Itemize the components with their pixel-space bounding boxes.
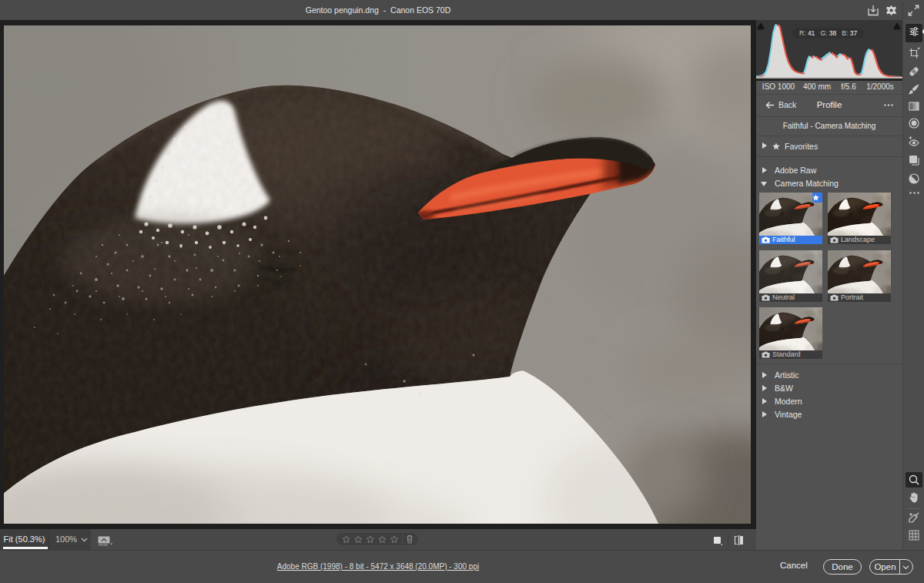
svg-text:R: 41 G: 38 B: 37: R: 41 G: 38 B: 37	[799, 29, 857, 37]
